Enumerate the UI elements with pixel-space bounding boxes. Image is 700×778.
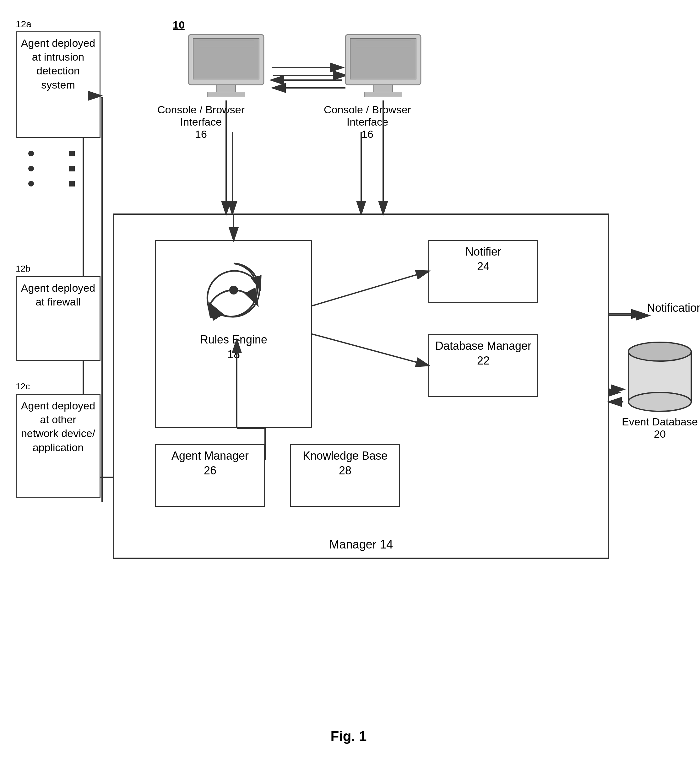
manager-box: Manager 14 — [113, 213, 609, 559]
agent-c-ref-label: 12c — [16, 382, 30, 391]
svg-rect-25 — [193, 38, 259, 79]
sq2 — [69, 166, 75, 172]
sq3 — [69, 181, 75, 187]
agent-b-text: Agent deployed at firewall — [21, 282, 95, 308]
event-db-label: Event Database 20 — [622, 416, 698, 440]
svg-rect-33 — [364, 92, 402, 97]
agent-b-box: Agent deployed at firewall — [16, 276, 100, 361]
console-1-computer — [182, 32, 270, 102]
console-2-label: Console / Browser Interface 16 — [314, 103, 421, 140]
svg-point-48 — [628, 342, 691, 361]
svg-line-41 — [312, 334, 428, 365]
agent-c-text: Agent deployed at other network device/ … — [21, 400, 95, 453]
agent-a-ref-label: 12a — [16, 19, 32, 30]
agent-a-text: Agent deployed at intrusion detection sy… — [21, 37, 95, 91]
console-2-computer — [339, 32, 427, 102]
event-database: Event Database 20 — [622, 333, 698, 440]
dot3 — [28, 181, 34, 187]
svg-rect-27 — [207, 92, 245, 97]
svg-point-49 — [628, 392, 691, 411]
dots-right-col — [69, 151, 75, 187]
svg-rect-26 — [217, 85, 235, 93]
agent-a-box: Agent deployed at intrusion detection sy… — [16, 32, 100, 138]
agent-b-ref-label: 12b — [16, 264, 30, 274]
notifications-label: Notifications — [647, 302, 700, 315]
svg-rect-32 — [374, 85, 393, 93]
sq1 — [69, 151, 75, 157]
fig-label: Fig. 1 — [298, 728, 399, 744]
dot2 — [28, 166, 34, 172]
diagram-number: 10 — [173, 19, 185, 31]
diagram: 10 12a Agent deployed at intrusion detec… — [0, 0, 700, 778]
svg-rect-31 — [350, 38, 416, 79]
svg-line-40 — [312, 271, 428, 306]
internal-svg — [114, 215, 608, 558]
dot1 — [28, 151, 34, 157]
console-1-label: Console / Browser Interface 16 — [151, 103, 251, 140]
agent-c-box: Agent deployed at other network device/ … — [16, 394, 100, 498]
dots-left-col — [28, 151, 34, 187]
